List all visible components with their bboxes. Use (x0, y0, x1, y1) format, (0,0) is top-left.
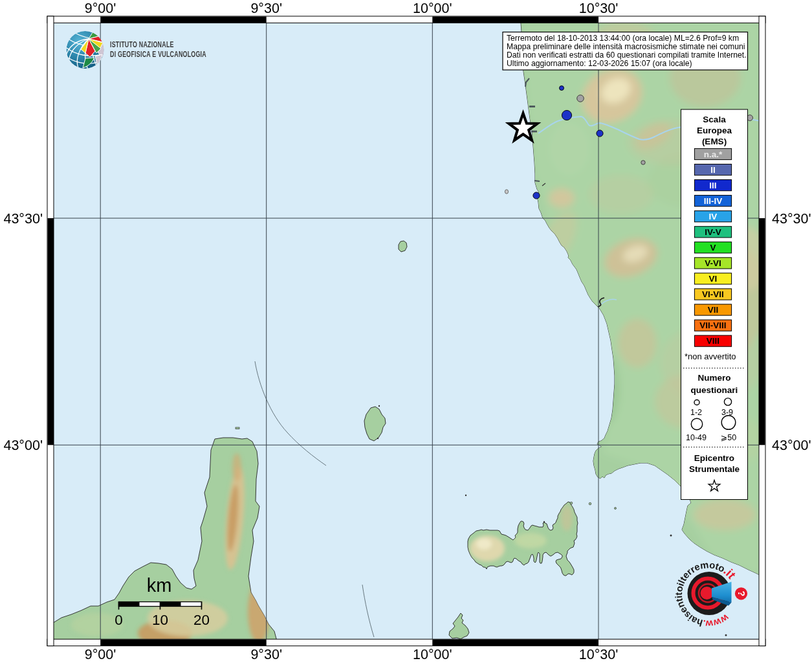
svg-text:9°30': 9°30' (250, 1, 282, 16)
svg-text:*non avvertito: *non avvertito (685, 352, 736, 361)
svg-text:V-VI: V-VI (705, 258, 721, 268)
svg-text:10°00': 10°00' (413, 647, 452, 662)
svg-text:VIII: VIII (707, 336, 719, 346)
svg-text:1-2: 1-2 (690, 408, 702, 417)
svg-text:?: ? (736, 590, 747, 596)
svg-text:III: III (709, 181, 716, 190)
svg-text:10°00': 10°00' (413, 1, 452, 16)
svg-text:VII-VIII: VII-VIII (699, 320, 726, 330)
svg-text:Mappa preliminare delle intens: Mappa preliminare delle intensità macros… (507, 42, 745, 51)
svg-text:Numero: Numero (697, 373, 730, 383)
svg-text:Scala: Scala (703, 115, 726, 124)
svg-text:V: V (710, 243, 716, 253)
svg-text:(EMS): (EMS) (702, 137, 727, 146)
svg-text:IV: IV (709, 212, 718, 221)
svg-text:⩾50: ⩾50 (721, 433, 736, 442)
svg-text:43°30': 43°30' (772, 211, 811, 227)
svg-text:9°00': 9°00' (85, 1, 116, 16)
svg-text:43°30': 43°30' (3, 211, 43, 227)
svg-text:VI: VI (709, 274, 718, 284)
svg-text:DI GEOFISICA E VULCANOLOGIA: DI GEOFISICA E VULCANOLOGIA (110, 49, 206, 58)
svg-text:VI-VII: VI-VII (702, 289, 724, 299)
svg-text:9°00': 9°00' (85, 647, 116, 662)
svg-text:Europea: Europea (697, 126, 732, 135)
svg-text:9°30': 9°30' (250, 647, 282, 662)
svg-text:10-49: 10-49 (686, 433, 707, 442)
svg-text:3-9: 3-9 (721, 408, 733, 417)
svg-text:ISTITUTO NAZIONALE: ISTITUTO NAZIONALE (110, 39, 174, 49)
svg-text:n.a.*: n.a.* (704, 150, 723, 159)
svg-text:IV-V: IV-V (705, 227, 721, 237)
svg-text:km: km (147, 575, 172, 596)
svg-text:43°00': 43°00' (3, 438, 43, 453)
svg-text:10°30': 10°30' (579, 1, 619, 16)
svg-text:Strumentale: Strumentale (689, 464, 740, 474)
svg-text:20: 20 (193, 612, 210, 628)
svg-text:43°00': 43°00' (772, 438, 811, 453)
svg-text:10: 10 (152, 612, 168, 628)
svg-text:10°30': 10°30' (579, 647, 619, 662)
svg-text:Terremoto del 18-10-2013 13:44: Terremoto del 18-10-2013 13:44:00 (ora l… (507, 34, 739, 43)
svg-text:II: II (710, 165, 716, 175)
svg-text:III-IV: III-IV (704, 196, 723, 206)
svg-text:Epicentro: Epicentro (694, 453, 734, 463)
svg-text:VII: VII (708, 305, 719, 315)
svg-text:0: 0 (115, 612, 123, 628)
svg-text:Dati non verificati estratti d: Dati non verificati estratti da 60 quest… (507, 51, 747, 60)
svg-text:questionari: questionari (691, 385, 738, 395)
svg-text:Ultimo aggiornamento: 12-03-20: Ultimo aggiornamento: 12-03-2026 15:07 (… (507, 59, 692, 68)
